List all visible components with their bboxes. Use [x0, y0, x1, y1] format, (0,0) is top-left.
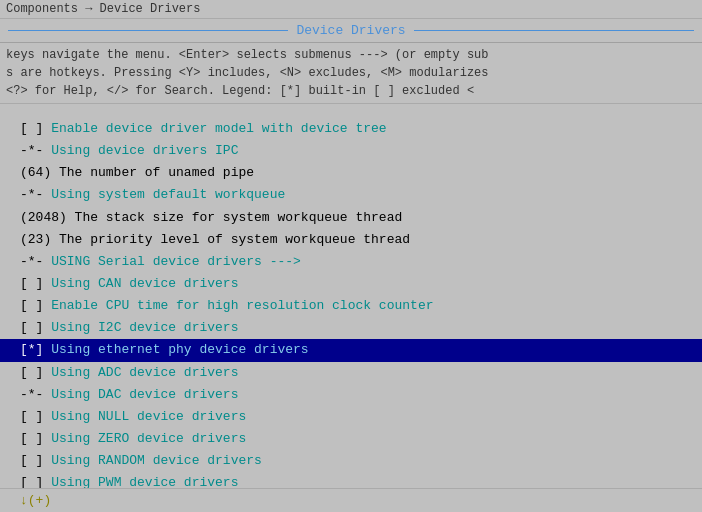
menu-item-11-selected[interactable]: [*] Using ethernet phy device drivers	[0, 339, 702, 361]
menu-item-2[interactable]: -*- Using device drivers IPC	[0, 140, 702, 162]
bottom-bar-text: ↓(+)	[20, 493, 51, 508]
menu-item-13[interactable]: -*- Using DAC device drivers	[0, 384, 702, 406]
menu-item-10[interactable]: [ ] Using I2C device drivers	[0, 317, 702, 339]
help-text: keys navigate the menu. <Enter> selects …	[0, 43, 702, 104]
menu-item-15[interactable]: [ ] Using ZERO device drivers	[0, 428, 702, 450]
menu-item-3[interactable]: (64) The number of unamed pipe	[0, 162, 702, 184]
menu-item-17[interactable]: [ ] Using PWM device drivers	[0, 472, 702, 488]
help-line-3: <?> for Help, </> for Search. Legend: [*…	[6, 82, 696, 100]
menu-item-6[interactable]: (23) The priority level of system workqu…	[0, 229, 702, 251]
title-bar: Device Drivers	[0, 19, 702, 43]
screen: Components → Device Drivers Device Drive…	[0, 0, 702, 512]
breadcrumb-text: Components → Device Drivers	[6, 2, 200, 16]
menu-item-4[interactable]: -*- Using system default workqueue	[0, 184, 702, 206]
menu-item-9[interactable]: [ ] Enable CPU time for high resolution …	[0, 295, 702, 317]
help-line-1: keys navigate the menu. <Enter> selects …	[6, 46, 696, 64]
menu-item-12[interactable]: [ ] Using ADC device drivers	[0, 362, 702, 384]
menu-item-1[interactable]: [ ] Enable device driver model with devi…	[0, 118, 702, 140]
menu-item-14[interactable]: [ ] Using NULL device drivers	[0, 406, 702, 428]
page-title: Device Drivers	[288, 23, 413, 38]
menu-item-16[interactable]: [ ] Using RANDOM device drivers	[0, 450, 702, 472]
menu-item-7[interactable]: -*- USING Serial device drivers --->	[0, 251, 702, 273]
menu-item-5[interactable]: (2048) The stack size for system workque…	[0, 207, 702, 229]
help-line-2: s are hotkeys. Pressing <Y> includes, <N…	[6, 64, 696, 82]
menu-item-8[interactable]: [ ] Using CAN device drivers	[0, 273, 702, 295]
menu-content: [ ] Enable device driver model with devi…	[0, 110, 702, 488]
bottom-bar: ↓(+)	[0, 488, 702, 512]
breadcrumb: Components → Device Drivers	[0, 0, 702, 19]
